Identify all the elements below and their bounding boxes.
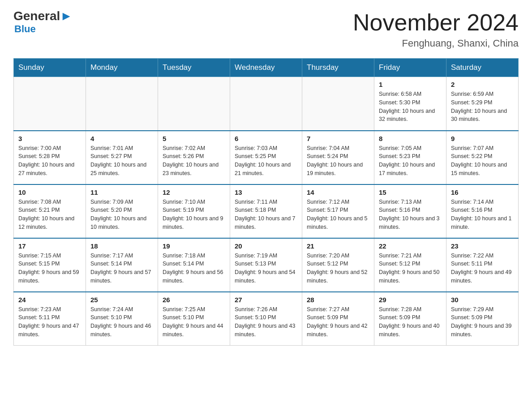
day-number: 12 [163, 188, 225, 196]
calendar-cell: 14Sunrise: 7:12 AMSunset: 5:17 PMDayligh… [302, 184, 374, 238]
day-info: Sunrise: 7:27 AMSunset: 5:09 PMDaylight:… [307, 305, 369, 339]
calendar-cell: 30Sunrise: 7:29 AMSunset: 5:09 PMDayligh… [446, 292, 519, 346]
weekday-header-monday: Monday [86, 59, 158, 77]
day-info: Sunrise: 7:00 AMSunset: 5:28 PMDaylight:… [18, 144, 81, 178]
day-number: 2 [451, 81, 514, 88]
day-number: 24 [18, 296, 81, 304]
day-number: 21 [307, 242, 369, 250]
calendar-cell [302, 77, 374, 131]
day-info: Sunrise: 7:24 AMSunset: 5:10 PMDaylight:… [90, 305, 153, 339]
calendar-cell: 29Sunrise: 7:28 AMSunset: 5:09 PMDayligh… [374, 292, 446, 346]
day-info: Sunrise: 7:03 AMSunset: 5:25 PMDaylight:… [235, 144, 297, 178]
day-info: Sunrise: 7:08 AMSunset: 5:21 PMDaylight:… [18, 198, 81, 231]
calendar-cell: 15Sunrise: 7:13 AMSunset: 5:16 PMDayligh… [374, 184, 446, 238]
day-number: 30 [451, 296, 514, 304]
calendar-cell: 23Sunrise: 7:22 AMSunset: 5:11 PMDayligh… [446, 238, 519, 292]
weekday-header-row: SundayMondayTuesdayWednesdayThursdayFrid… [14, 59, 519, 77]
title-area: November 2024 Fenghuang, Shanxi, China [353, 9, 519, 49]
day-number: 3 [18, 135, 81, 142]
logo: General ► Blue [13, 9, 73, 35]
calendar-cell: 28Sunrise: 7:27 AMSunset: 5:09 PMDayligh… [302, 292, 374, 346]
calendar-cell: 17Sunrise: 7:15 AMSunset: 5:15 PMDayligh… [14, 238, 86, 292]
day-info: Sunrise: 7:25 AMSunset: 5:10 PMDaylight:… [163, 305, 225, 339]
calendar-table: SundayMondayTuesdayWednesdayThursdayFrid… [13, 58, 519, 346]
day-number: 27 [235, 296, 297, 304]
calendar-week-3: 10Sunrise: 7:08 AMSunset: 5:21 PMDayligh… [14, 184, 519, 238]
day-number: 29 [379, 296, 442, 304]
day-info: Sunrise: 7:07 AMSunset: 5:22 PMDaylight:… [451, 144, 514, 178]
calendar-cell: 9Sunrise: 7:07 AMSunset: 5:22 PMDaylight… [446, 131, 519, 184]
logo-sub: Blue [14, 23, 36, 35]
calendar-cell: 19Sunrise: 7:18 AMSunset: 5:14 PMDayligh… [158, 238, 230, 292]
day-number: 25 [90, 296, 153, 304]
calendar-cell: 7Sunrise: 7:04 AMSunset: 5:24 PMDaylight… [302, 131, 374, 184]
day-info: Sunrise: 6:59 AMSunset: 5:29 PMDaylight:… [451, 90, 514, 124]
logo-blue-text: ► [60, 9, 73, 23]
day-number: 28 [307, 296, 369, 304]
calendar-cell [86, 77, 158, 131]
day-number: 10 [18, 188, 81, 196]
calendar-cell: 21Sunrise: 7:20 AMSunset: 5:12 PMDayligh… [302, 238, 374, 292]
day-number: 23 [451, 242, 514, 250]
calendar-cell: 24Sunrise: 7:23 AMSunset: 5:11 PMDayligh… [14, 292, 86, 346]
day-info: Sunrise: 7:21 AMSunset: 5:12 PMDaylight:… [379, 252, 442, 285]
day-number: 19 [163, 242, 225, 250]
weekday-header-friday: Friday [374, 59, 446, 77]
day-number: 6 [235, 135, 297, 142]
day-number: 18 [90, 242, 153, 250]
day-number: 16 [451, 188, 514, 196]
day-info: Sunrise: 7:18 AMSunset: 5:14 PMDaylight:… [163, 252, 225, 285]
calendar-cell: 11Sunrise: 7:09 AMSunset: 5:20 PMDayligh… [86, 184, 158, 238]
calendar-week-4: 17Sunrise: 7:15 AMSunset: 5:15 PMDayligh… [14, 238, 519, 292]
calendar-week-2: 3Sunrise: 7:00 AMSunset: 5:28 PMDaylight… [14, 131, 519, 184]
calendar-cell: 22Sunrise: 7:21 AMSunset: 5:12 PMDayligh… [374, 238, 446, 292]
day-info: Sunrise: 7:05 AMSunset: 5:23 PMDaylight:… [379, 144, 442, 178]
day-number: 11 [90, 188, 153, 196]
day-number: 22 [379, 242, 442, 250]
day-info: Sunrise: 7:26 AMSunset: 5:10 PMDaylight:… [235, 305, 297, 339]
day-number: 5 [163, 135, 225, 142]
day-info: Sunrise: 7:10 AMSunset: 5:19 PMDaylight:… [163, 198, 225, 231]
day-number: 9 [451, 135, 514, 142]
day-info: Sunrise: 7:28 AMSunset: 5:09 PMDaylight:… [379, 305, 442, 339]
calendar-cell [14, 77, 86, 131]
calendar-cell: 26Sunrise: 7:25 AMSunset: 5:10 PMDayligh… [158, 292, 230, 346]
day-info: Sunrise: 7:14 AMSunset: 5:16 PMDaylight:… [451, 198, 514, 231]
day-info: Sunrise: 7:15 AMSunset: 5:15 PMDaylight:… [18, 252, 81, 285]
header: General ► Blue November 2024 Fenghuang, … [13, 9, 519, 49]
day-info: Sunrise: 7:12 AMSunset: 5:17 PMDaylight:… [307, 198, 369, 231]
day-number: 7 [307, 135, 369, 142]
day-number: 4 [90, 135, 153, 142]
day-info: Sunrise: 7:29 AMSunset: 5:09 PMDaylight:… [451, 305, 514, 339]
calendar-cell: 10Sunrise: 7:08 AMSunset: 5:21 PMDayligh… [14, 184, 86, 238]
weekday-header-saturday: Saturday [446, 59, 519, 77]
day-info: Sunrise: 7:11 AMSunset: 5:18 PMDaylight:… [235, 198, 297, 231]
day-info: Sunrise: 7:20 AMSunset: 5:12 PMDaylight:… [307, 252, 369, 285]
calendar-cell: 8Sunrise: 7:05 AMSunset: 5:23 PMDaylight… [374, 131, 446, 184]
logo-text: General ► [13, 9, 73, 23]
location-title: Fenghuang, Shanxi, China [353, 38, 519, 49]
day-number: 13 [235, 188, 297, 196]
day-number: 8 [379, 135, 442, 142]
logo-general: General [13, 9, 60, 23]
month-title: November 2024 [353, 9, 519, 36]
day-info: Sunrise: 7:09 AMSunset: 5:20 PMDaylight:… [90, 198, 153, 231]
day-number: 14 [307, 188, 369, 196]
calendar-cell: 12Sunrise: 7:10 AMSunset: 5:19 PMDayligh… [158, 184, 230, 238]
calendar-cell: 13Sunrise: 7:11 AMSunset: 5:18 PMDayligh… [230, 184, 302, 238]
calendar-cell: 3Sunrise: 7:00 AMSunset: 5:28 PMDaylight… [14, 131, 86, 184]
day-info: Sunrise: 7:01 AMSunset: 5:27 PMDaylight:… [90, 144, 153, 178]
calendar-cell: 5Sunrise: 7:02 AMSunset: 5:26 PMDaylight… [158, 131, 230, 184]
day-number: 17 [18, 242, 81, 250]
calendar-week-1: 1Sunrise: 6:58 AMSunset: 5:30 PMDaylight… [14, 77, 519, 131]
day-number: 15 [379, 188, 442, 196]
calendar-cell: 18Sunrise: 7:17 AMSunset: 5:14 PMDayligh… [86, 238, 158, 292]
day-info: Sunrise: 7:23 AMSunset: 5:11 PMDaylight:… [18, 305, 81, 339]
day-number: 1 [379, 81, 442, 88]
day-info: Sunrise: 7:19 AMSunset: 5:13 PMDaylight:… [235, 252, 297, 285]
weekday-header-thursday: Thursday [302, 59, 374, 77]
day-info: Sunrise: 7:22 AMSunset: 5:11 PMDaylight:… [451, 252, 514, 285]
calendar-cell [158, 77, 230, 131]
day-info: Sunrise: 6:58 AMSunset: 5:30 PMDaylight:… [379, 90, 442, 124]
calendar-cell [230, 77, 302, 131]
